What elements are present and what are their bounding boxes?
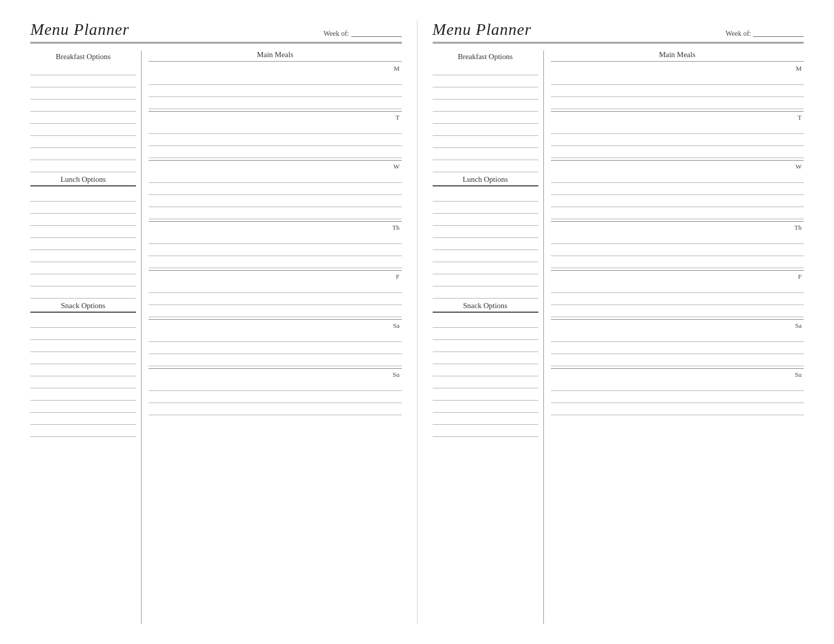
right-day-sa-line2 (551, 343, 804, 354)
right-lunch-line-8 (433, 275, 538, 286)
right-lunch-line-1 (433, 190, 538, 202)
right-lunch-header: Lunch Options (433, 175, 538, 186)
left-day-t-line1 (149, 123, 402, 134)
right-snack-line-9 (433, 414, 538, 425)
right-lunch-line-7 (433, 263, 538, 274)
left-breakfast-line-8 (30, 149, 136, 160)
right-sep-w-th (551, 221, 804, 222)
right-day-m: M (551, 64, 804, 110)
right-breakfast-line-5 (433, 113, 538, 124)
right-sep-f-sa (551, 319, 804, 320)
right-day-t: T (551, 113, 804, 159)
left-day-m-label: M (149, 64, 402, 74)
left-day-su-line1 (149, 380, 402, 391)
left-sep-m-t (149, 111, 402, 112)
left-lunch-header: Lunch Options (30, 175, 136, 186)
right-day-t-label: T (551, 113, 804, 123)
right-sep-th-f (551, 270, 804, 271)
right-day-sa-line1 (551, 331, 804, 342)
right-breakfast-line-4 (433, 101, 538, 112)
left-day-t-line2 (149, 135, 402, 146)
right-day-su-line2 (551, 392, 804, 403)
right-breakfast-line-9 (433, 161, 538, 172)
left-day-t-line3 (149, 147, 402, 158)
left-day-sa: Sa (149, 321, 402, 367)
right-day-th: Th (551, 223, 804, 269)
right-lunch-line-3 (433, 215, 538, 226)
left-day-f-line2 (149, 294, 402, 305)
left-day-m-line3 (149, 98, 402, 109)
left-snack-line-5 (30, 365, 136, 376)
left-day-sa-line2 (149, 343, 402, 354)
right-day-su-line1 (551, 380, 804, 391)
left-lunch-line-2 (30, 203, 136, 214)
left-lunch-line-8 (30, 275, 136, 286)
right-day-m-line2 (551, 86, 804, 97)
left-breakfast-line-5 (30, 113, 136, 124)
right-day-w-line4 (551, 208, 804, 219)
left-day-su-label: Su (149, 370, 402, 380)
right-day-f-line2 (551, 294, 804, 305)
right-day-f-line3 (551, 306, 804, 317)
right-lunch-line-6 (433, 251, 538, 262)
right-breakfast-line-2 (433, 76, 538, 87)
right-day-m-label: M (551, 64, 804, 74)
left-breakfast-line-4 (30, 101, 136, 112)
right-day-su-line3 (551, 404, 804, 415)
left-lunch-line-3 (30, 215, 136, 226)
left-main-meals-header: Main Meals (149, 51, 402, 62)
right-sep-sa-su (551, 368, 804, 369)
left-breakfast-line-2 (30, 76, 136, 87)
right-week-of: Week of: (725, 30, 804, 39)
left-day-t-label: T (149, 113, 402, 123)
left-planner: Menu Planner Week of: Breakfast Options (15, 20, 417, 624)
right-snack-line-5 (433, 365, 538, 376)
left-snack-line-8 (30, 402, 136, 413)
left-day-w-line4 (149, 208, 402, 219)
right-day-m-line1 (551, 74, 804, 85)
left-breakfast-line-1 (30, 64, 136, 75)
right-main-meals-header: Main Meals (551, 51, 804, 62)
right-lunch-line-5 (433, 239, 538, 250)
left-day-w-line3 (149, 196, 402, 207)
left-lunch-line-7 (30, 263, 136, 274)
left-snack-line-10 (30, 426, 136, 437)
right-breakfast-header: Breakfast Options (433, 53, 538, 61)
left-breakfast-line-9 (30, 161, 136, 172)
left-day-f: F (149, 272, 402, 318)
right-breakfast-line-1 (433, 64, 538, 75)
left-lunch-line-9 (30, 287, 136, 299)
left-day-m: M (149, 64, 402, 110)
left-sep-w-th (149, 221, 402, 222)
right-breakfast-line-7 (433, 137, 538, 148)
right-day-w-line1 (551, 172, 804, 183)
right-lunch-line-9 (433, 287, 538, 299)
left-lunch-line-6 (30, 251, 136, 262)
right-breakfast-line-8 (433, 149, 538, 160)
left-day-m-line1 (149, 74, 402, 85)
left-day-th-line3 (149, 257, 402, 268)
left-snack-header: Snack Options (30, 302, 136, 313)
right-day-sa-label: Sa (551, 321, 804, 331)
right-day-m-line3 (551, 98, 804, 109)
right-day-t-line2 (551, 135, 804, 146)
left-day-su: Su (149, 370, 402, 416)
right-body: Breakfast Options Lunch Options (433, 51, 804, 624)
left-lunch-line-4 (30, 227, 136, 238)
right-day-sa: Sa (551, 321, 804, 367)
right-day-th-line2 (551, 245, 804, 256)
right-week-of-line (753, 36, 804, 37)
right-day-t-line1 (551, 123, 804, 134)
right-week-of-label: Week of: (725, 30, 751, 38)
left-breakfast-line-7 (30, 137, 136, 148)
right-day-f-label: F (551, 272, 804, 282)
left-day-w: W (149, 162, 402, 220)
left-day-f-line3 (149, 306, 402, 317)
left-sep-f-sa (149, 319, 402, 320)
right-planner: Menu Planner Week of: Breakfast Options … (417, 20, 819, 624)
left-day-th-line2 (149, 245, 402, 256)
left-body: Breakfast Options Lunch Options (30, 51, 402, 624)
left-meals-col: Main Meals M T (142, 51, 402, 624)
left-snack-line-3 (30, 341, 136, 352)
left-sep-t-w (149, 160, 402, 161)
